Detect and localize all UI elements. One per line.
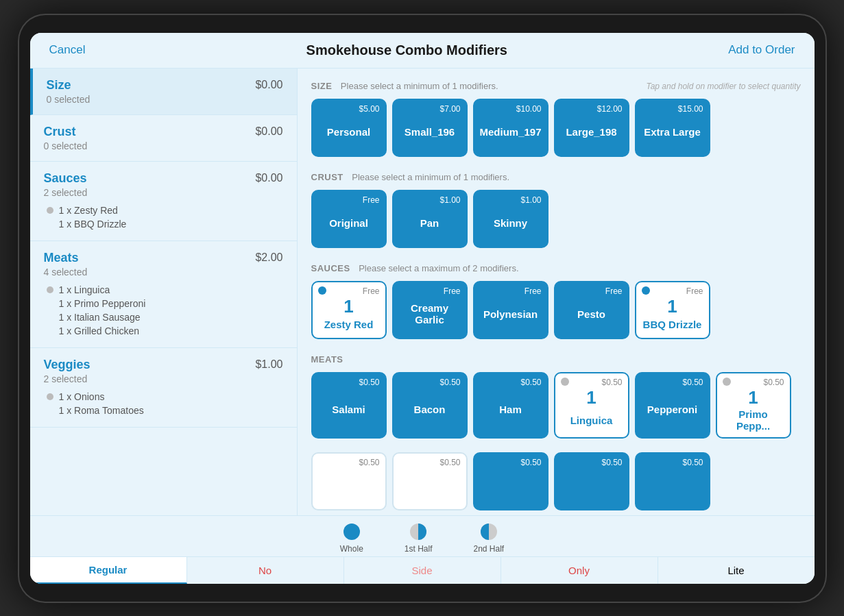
meat-salami-price: $0.50 [359,378,379,387]
crust-skinny-price: $1.00 [520,195,541,205]
meat-pepperoni-name: Pepperoni [647,387,697,432]
dot-icon [723,378,731,386]
sidebar-item-sauces[interactable]: Sauces $0.00 2 selected 1 x Zesty Red 1 … [30,162,297,241]
sauce-tile-zesty-red[interactable]: Free 1 Zesty Red [311,281,387,339]
meats-label: MEATS [311,354,343,365]
sidebar-veggies-price: $1.00 [255,358,282,371]
sidebar-veggies-header: Veggies $1.00 [44,358,283,372]
sidebar-veggies-label: Veggies [44,358,91,372]
sidebar-crust-label: Crust [44,125,76,139]
sidebar: Size $0.00 0 selected Crust $0.00 0 sele… [30,69,298,515]
sauce-zesty-price: Free [363,286,380,296]
placement-whole[interactable]: Whole [340,521,363,554]
meat-bacon-name: Bacon [414,387,446,432]
sidebar-item-crust[interactable]: Crust $0.00 0 selected [30,115,297,162]
sauce-tile-bbq-drizzle[interactable]: Free 1 BBQ Drizzle [635,281,710,339]
modifier-type-lite[interactable]: Lite [658,557,815,584]
sauce-bbq-quantity: 1 [667,296,677,317]
crust-section-header: CRUST Please select a minimum of 1 modif… [311,171,801,183]
whole-label: Whole [340,544,363,554]
right-panel: SIZE Please select a minimum of 1 modifi… [298,69,815,515]
sidebar-sauces-header: Sauces $0.00 [44,171,283,186]
meat-tile-pepperoni[interactable]: $0.50 Pepperoni [635,372,710,439]
list-item: 1 x Onions [47,390,283,404]
modifier-type-no[interactable]: No [187,557,344,584]
sauces-instruction: Please select a maximum of 2 modifiers. [359,263,518,273]
sauce-polynesian-price: Free [525,286,542,296]
sauce-item-1: 1 x Zesty Red [59,205,118,216]
size-personal-name: Personal [327,114,370,150]
size-small-price: $7.00 [439,104,460,114]
sidebar-sauces-label: Sauces [44,171,87,186]
meat-salami-name: Salami [332,387,365,432]
size-tile-medium[interactable]: $10.00 Medium_197 [473,99,548,157]
crust-tile-pan[interactable]: $1.00 Pan [392,190,468,248]
size-tile-xlarge[interactable]: $15.00 Extra Large [635,99,710,157]
meat-tile-primo-pepperoni[interactable]: $0.50 1 Primo Pepp... [716,372,791,439]
modifier-type-regular[interactable]: Regular [30,557,187,584]
meat-linguica-name: Linguica [570,409,613,432]
size-large-name: Large_198 [566,114,616,150]
sauce-tile-polynesian[interactable]: Free Polynesian [473,281,548,339]
sidebar-veggies-count: 2 selected [44,373,283,384]
meat-ham-name: Ham [499,387,522,432]
second-half-icon [479,521,499,542]
meats-modifiers-grid: $0.50 Salami $0.50 Bacon $0.50 Ham $0. [311,372,801,439]
meat-ham-price: $0.50 [520,378,541,387]
cancel-button[interactable]: Cancel [49,43,86,57]
crust-skinny-name: Skinny [494,205,527,241]
sauce-bbq-name: BBQ Drizzle [643,317,702,332]
crust-label: CRUST [311,172,343,182]
size-tile-large[interactable]: $12.00 Large_198 [554,99,629,157]
crust-tile-original[interactable]: Free Original [311,190,387,248]
add-to-order-button[interactable]: Add to Order [728,43,795,57]
sidebar-meats-label: Meats [44,251,79,265]
size-label: SIZE [311,81,333,91]
whole-icon [341,521,362,542]
meats-section-labels: MEATS [311,353,343,365]
placement-1st-half[interactable]: 1st Half [405,521,433,554]
sauce-creamy-name: Creamy Garlic [399,296,461,332]
meat-tile-linguica[interactable]: $0.50 1 Linguica [554,372,629,439]
dot-icon [47,286,53,293]
dot-icon [47,207,53,214]
modifier-type-row: Regular No Side Only Lite [30,556,815,584]
size-tile-small[interactable]: $7.00 Small_196 [392,99,468,157]
size-section-header: SIZE Please select a minimum of 1 modifi… [311,79,801,92]
sidebar-item-size[interactable]: Size $0.00 0 selected [30,69,297,115]
sauces-modifiers-grid: Free 1 Zesty Red Free Creamy Garlic Free… [311,281,801,339]
sauce-creamy-price: Free [444,286,461,296]
meat-tile-ham[interactable]: $0.50 Ham [473,372,548,439]
placement-row: Whole 1st Half 2nd Half [30,516,815,556]
tablet-frame: Cancel Smokehouse Combo Modifiers Add to… [18,14,827,603]
meat-tile-extra-4[interactable]: $0.50 [554,452,629,510]
list-item: 1 x Linguica [47,283,283,297]
modifier-type-side[interactable]: Side [344,557,501,584]
size-small-name: Small_196 [405,114,455,150]
size-tile-personal[interactable]: $5.00 Personal [311,99,387,157]
sauce-tile-creamy-garlic[interactable]: Free Creamy Garlic [392,281,468,339]
sidebar-item-veggies[interactable]: Veggies $1.00 2 selected 1 x Onions 1 x … [30,348,297,428]
sauce-bbq-price: Free [686,286,703,296]
list-item: 1 x Primo Pepperoni [47,297,283,310]
sidebar-crust-price: $0.00 [255,125,282,138]
modifier-type-only[interactable]: Only [501,557,658,584]
page-title: Smokehouse Combo Modifiers [306,42,507,58]
meats-second-row: $0.50 $0.50 $0.50 $0.50 $0.50 [311,452,801,510]
sidebar-item-meats[interactable]: Meats $2.00 4 selected 1 x Linguica 1 x … [30,241,297,348]
crust-tile-skinny[interactable]: $1.00 Skinny [473,190,548,248]
meat-tile-extra-5[interactable]: $0.50 [635,452,710,510]
meat-primo-name: Primo Pepp... [723,408,784,432]
main-content: Size $0.00 0 selected Crust $0.00 0 sele… [30,69,815,515]
dot-icon [642,286,650,295]
sidebar-size-label: Size [47,78,71,93]
meat-tile-extra-1[interactable]: $0.50 [311,452,387,510]
svg-point-0 [343,523,360,540]
meat-tile-bacon[interactable]: $0.50 Bacon [392,372,468,439]
sidebar-sauces-count: 2 selected [44,187,283,198]
sauce-tile-pesto[interactable]: Free Pesto [554,281,629,339]
meat-tile-extra-3[interactable]: $0.50 [473,452,548,510]
meat-tile-salami[interactable]: $0.50 Salami [311,372,387,439]
meat-tile-extra-2[interactable]: $0.50 [392,452,468,510]
placement-2nd-half[interactable]: 2nd Half [474,521,505,554]
